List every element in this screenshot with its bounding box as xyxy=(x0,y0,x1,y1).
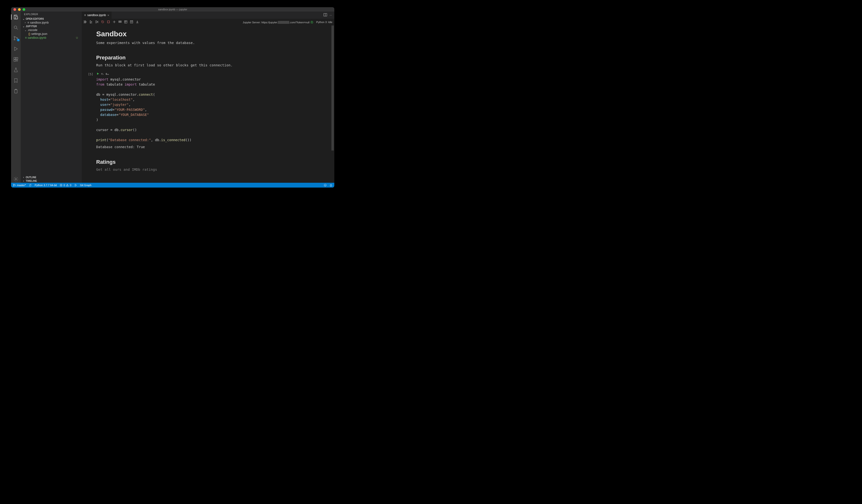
sidebar-title: EXPLORER xyxy=(21,12,82,17)
connected-icon: ⦿ xyxy=(310,21,313,24)
search-icon[interactable] xyxy=(11,24,21,31)
svg-rect-13 xyxy=(119,21,121,22)
explorer-icon[interactable] xyxy=(11,13,21,21)
close-editor-icon[interactable]: × xyxy=(24,21,26,24)
sync-status[interactable] xyxy=(29,184,32,187)
status-bar: master* Python 3.7.7 64-bit 0 0 Git Grap… xyxy=(11,183,334,188)
interrupt-kernel-icon[interactable] xyxy=(107,20,110,24)
folder-label: .vscode xyxy=(27,28,37,32)
open-editors-section[interactable]: ⌄ OPEN EDITORS xyxy=(21,17,82,21)
svg-rect-8 xyxy=(15,90,17,93)
tab-label: sandbox.ipynb xyxy=(87,13,106,17)
svg-rect-5 xyxy=(16,57,18,59)
code-content[interactable]: import mysql.connector from tabulate imp… xyxy=(96,76,330,144)
markdown-paragraph: Get all ours and IMDb ratings xyxy=(96,167,330,172)
markdown-h2-ratings: Ratings xyxy=(96,159,330,165)
git-status-badge: U xyxy=(76,36,78,39)
svg-rect-15 xyxy=(125,21,127,23)
window-title: sandbox.ipynb — jupyter xyxy=(11,8,334,11)
editor-area: ≡ sandbox.ipynb × ··· xyxy=(82,12,334,183)
source-control-icon[interactable]: 7 xyxy=(11,35,21,42)
open-editor-item[interactable]: × ≡ sandbox.ipynb xyxy=(21,21,82,25)
variables-icon[interactable] xyxy=(124,20,128,24)
clipboard-icon[interactable] xyxy=(11,88,21,95)
export-icon[interactable] xyxy=(136,20,139,24)
open-editor-label: sandbox.ipynb xyxy=(30,21,49,24)
notebook-file-icon: ≡ xyxy=(84,13,86,17)
svg-point-17 xyxy=(13,184,14,185)
svg-rect-12 xyxy=(107,21,110,23)
markdown-paragraph: Some experiments with values from the da… xyxy=(96,40,330,45)
outline-label: OUTLINE xyxy=(26,176,36,179)
svg-rect-14 xyxy=(119,22,121,23)
settings-gear-icon[interactable] xyxy=(11,175,21,183)
tab-close-icon[interactable]: × xyxy=(107,13,109,17)
git-branch-status[interactable]: master* xyxy=(13,184,26,187)
problems-status[interactable]: 0 0 xyxy=(60,184,71,187)
run-above-icon[interactable] xyxy=(90,20,93,24)
svg-point-2 xyxy=(14,39,15,40)
notebook-file-icon: ≡ xyxy=(27,21,29,24)
markdown-paragraph: Run this block at first load so other bl… xyxy=(96,63,330,68)
tree-file-sandbox[interactable]: ≡ sandbox.ipynb U xyxy=(21,36,82,40)
timeline-label: TIMELINE xyxy=(26,180,37,182)
svg-rect-6 xyxy=(14,59,16,61)
notebook-toolbar: Jupyter Server: https://jupyter.xxxxxxxx… xyxy=(82,19,334,26)
branch-label: master* xyxy=(17,184,26,187)
cell-more-icon[interactable]: �⅏ xyxy=(106,73,109,75)
workspace-section[interactable]: ⌄ JUPYTER xyxy=(21,25,82,28)
json-file-icon: {} xyxy=(28,32,30,36)
svg-rect-16 xyxy=(130,21,133,23)
clear-outputs-icon[interactable] xyxy=(118,20,122,24)
scrollbar-thumb[interactable] xyxy=(331,26,334,150)
chevron-right-icon: › xyxy=(22,176,25,179)
svg-point-1 xyxy=(14,36,15,38)
tree-file-settings[interactable]: {} settings.json xyxy=(21,32,82,36)
split-editor-icon[interactable] xyxy=(324,13,327,17)
svg-point-21 xyxy=(324,184,326,186)
more-actions-icon[interactable]: ··· xyxy=(329,13,332,17)
tree-folder-vscode[interactable]: ⌄ .vscode xyxy=(21,28,82,32)
chevron-down-icon: ⌄ xyxy=(22,17,25,20)
svg-point-10 xyxy=(15,178,17,180)
code-cell[interactable]: [5] M↓ �⅏ import mysql.connector from ta… xyxy=(96,72,330,150)
svg-rect-4 xyxy=(14,57,16,59)
run-cell-icon[interactable] xyxy=(97,72,99,76)
outline-section[interactable]: › OUTLINE xyxy=(21,175,82,179)
jupyter-server-status[interactable]: Jupyter Server: https://jupyter.xxxxxxxx… xyxy=(243,21,313,24)
run-status-icon[interactable] xyxy=(74,184,77,187)
chevron-down-icon: ⌄ xyxy=(25,29,26,31)
svg-rect-7 xyxy=(16,60,18,61)
vscode-window: sandbox.ipynb — jupyter 7 xyxy=(11,7,334,188)
restart-kernel-icon[interactable] xyxy=(101,20,104,24)
feedback-icon[interactable] xyxy=(324,184,327,187)
activity-bar: 7 xyxy=(11,12,21,183)
git-graph-status[interactable]: Git Graph xyxy=(80,184,92,187)
save-icon[interactable] xyxy=(130,20,133,24)
run-all-icon[interactable] xyxy=(84,20,87,24)
kernel-status[interactable]: Python 3: Idle xyxy=(316,21,332,24)
notebook-content[interactable]: Sandbox Some experiments with values fro… xyxy=(82,26,334,183)
notifications-icon[interactable] xyxy=(329,184,332,187)
run-by-line-icon[interactable]: M↓ xyxy=(101,73,104,75)
run-below-icon[interactable] xyxy=(95,20,99,24)
cell-toolbar: M↓ �⅏ xyxy=(96,72,330,76)
markdown-h2-preparation: Preparation xyxy=(96,55,330,61)
add-cell-icon[interactable] xyxy=(113,20,116,24)
cell-execution-count: [5] xyxy=(88,72,93,76)
test-icon[interactable] xyxy=(11,66,21,74)
tab-bar: ≡ sandbox.ipynb × ··· xyxy=(82,12,334,19)
bookmark-icon[interactable] xyxy=(11,77,21,84)
python-interpreter-status[interactable]: Python 3.7.7 64-bit xyxy=(35,184,57,187)
run-debug-icon[interactable] xyxy=(11,45,21,52)
tab-sandbox[interactable]: ≡ sandbox.ipynb × xyxy=(82,12,112,19)
file-label: sandbox.ipynb xyxy=(28,36,46,39)
extensions-icon[interactable] xyxy=(11,56,21,63)
titlebar: sandbox.ipynb — jupyter xyxy=(11,7,334,12)
workspace-label: JUPYTER xyxy=(26,25,37,28)
chevron-right-icon: › xyxy=(22,180,25,182)
timeline-section[interactable]: › TIMELINE xyxy=(21,179,82,183)
notebook-file-icon: ≡ xyxy=(25,36,27,39)
scm-badge: 7 xyxy=(17,39,20,41)
scrollbar[interactable] xyxy=(331,26,334,183)
